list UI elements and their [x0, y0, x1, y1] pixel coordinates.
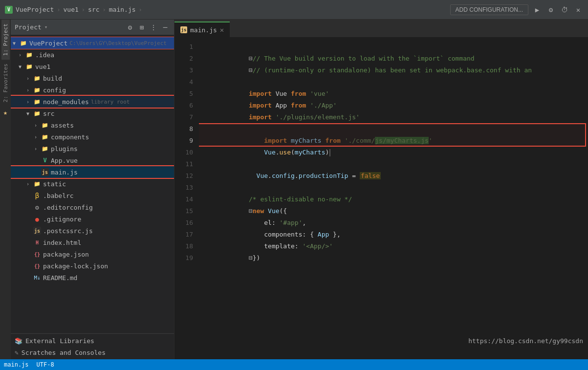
tree-item-postcssrc[interactable]: js .postcssrc.js	[11, 225, 174, 237]
tree-item-editorconfig[interactable]: ⚙ .editorconfig	[11, 201, 174, 213]
line-num-16: 16	[174, 217, 199, 229]
tree-label-vue1: vue1	[35, 63, 50, 70]
tree-item-vueproject[interactable]: ▼ 📁 VueProject C:\Users\GY\Desktop\VuePr…	[11, 37, 174, 49]
code-line-15: el: '#app',	[199, 205, 588, 217]
folder-icon-static: 📁	[33, 180, 41, 188]
code-line-1: ⊟// The Vue build version to load with t…	[199, 41, 588, 53]
folder-icon-src: 📁	[33, 109, 41, 117]
tab-filename: main.js	[190, 26, 217, 34]
tree-arrow-build: ›	[26, 76, 33, 81]
code-line-6: import './plugins/element.js'	[199, 100, 588, 111]
tree-label-static: static	[43, 180, 66, 188]
tree-item-assets[interactable]: › 📁 assets	[11, 119, 174, 131]
close-icon[interactable]: ✕	[573, 5, 583, 15]
line-num-7: 7	[174, 111, 199, 123]
code-line-12	[199, 170, 588, 182]
line-num-19: 19	[174, 252, 199, 264]
tab-close-button[interactable]: ✕	[220, 26, 224, 34]
line-num-9: 9	[174, 135, 199, 147]
line-num-11: 11	[174, 158, 199, 170]
tree-item-readme[interactable]: M↓ README.md	[11, 272, 174, 283]
favorites-project-tab[interactable]: 1: Project	[1, 20, 10, 60]
history-icon[interactable]: ⏱	[560, 5, 569, 15]
folder-icon-config: 📁	[33, 86, 41, 94]
line-numbers: 1 2 3 4 5 6 7 8 9 10 11 12 13 14 15 16 1	[174, 37, 199, 359]
tree-item-babelrc[interactable]: β .babelrc	[11, 190, 174, 201]
tree-item-config[interactable]: › 📁 config	[11, 84, 174, 96]
watermark: https://blog.csdn.net/gy99csdn	[468, 337, 583, 345]
tree-arrow-src: ▼	[26, 111, 33, 116]
tree-item-package-lock[interactable]: {} package-lock.json	[11, 260, 174, 272]
tree-sublabel-node-modules: library root	[91, 99, 130, 105]
tree-arrow-assets: ›	[34, 123, 41, 128]
tree-path-vueproject: C:\Users\GY\Desktop\VueProject	[69, 40, 167, 46]
settings-icon[interactable]: ⚙	[546, 5, 556, 15]
tree-item-idea[interactable]: › 📁 .idea	[11, 49, 174, 61]
tree-label-plugins: plugins	[51, 145, 78, 152]
babel-icon: β	[33, 192, 41, 199]
sidebar-header: Project ▾ ⚙ ⊞ ⋮ ─	[11, 20, 174, 35]
favorites-tab[interactable]: 2: Favorites	[1, 60, 10, 106]
breadcrumb-sep-4: ›	[139, 6, 142, 13]
code-line-5: import App from './App'	[199, 88, 588, 100]
play-icon[interactable]: ▶	[532, 5, 542, 15]
line-num-18: 18	[174, 240, 199, 252]
scratches-item[interactable]: ✎ Scratches and Consoles	[11, 347, 174, 358]
line-num-17: 17	[174, 229, 199, 240]
add-config-button[interactable]: ADD CONFIGURATION...	[450, 4, 528, 15]
code-line-9: Vue.use(myCharts)	[199, 135, 588, 147]
code-line-14: ⊟new Vue({	[199, 194, 588, 205]
minimize-icon[interactable]: ─	[160, 22, 170, 32]
tree-item-node-modules[interactable]: › 📁 node_modules library root	[11, 96, 174, 108]
tree-arrow-plugins: ›	[34, 146, 41, 152]
expand-icon[interactable]: ⊞	[137, 22, 147, 32]
tree-item-app-vue[interactable]: V App.vue	[11, 154, 174, 166]
folder-icon-components: 📁	[41, 133, 49, 141]
tree-item-components[interactable]: › 📁 components	[11, 131, 174, 143]
tree-item-index-html[interactable]: H index.html	[11, 237, 174, 248]
code-editor[interactable]: 1 2 3 4 5 6 7 8 9 10 11 12 13 14 15 16 1	[174, 37, 588, 359]
tree-label-vueproject: VueProject	[29, 40, 67, 47]
tree-item-gitignore[interactable]: ● .gitignore	[11, 213, 174, 225]
tree-item-static[interactable]: › 📁 static	[11, 178, 174, 190]
tab-main-js[interactable]: js main.js ✕	[174, 22, 230, 37]
scratch-icon: ✎	[15, 349, 19, 356]
tree-item-src[interactable]: ▼ 📁 src	[11, 108, 174, 119]
favorites-star: ★	[1, 107, 9, 118]
tree-arrow-vueproject: ▼	[13, 41, 20, 46]
project-name: VueProject	[16, 6, 54, 13]
bc-mainjs: main.js	[109, 6, 136, 13]
code-line-13: /* eslint-disable no-new */	[199, 182, 588, 194]
tree-item-package-json[interactable]: {} package.json	[11, 248, 174, 260]
status-left: main.js	[4, 361, 29, 368]
scratches-label: Scratches and Consoles	[22, 349, 106, 356]
tree-item-plugins[interactable]: › 📁 plugins	[11, 143, 174, 154]
external-libraries-item[interactable]: 📚 External Libraries	[11, 335, 174, 347]
title-bar: V VueProject › vue1 › src › main.js › AD…	[0, 0, 588, 20]
tree-item-main-js[interactable]: js main.js	[11, 166, 174, 178]
tree-arrow-vue1: ▼	[19, 64, 25, 69]
line-num-10: 10	[174, 147, 199, 158]
line-num-6: 6	[174, 100, 199, 111]
tree-label-babelrc: .babelrc	[43, 192, 74, 199]
breadcrumb: V VueProject › vue1 › src › main.js ›	[5, 6, 142, 14]
tree-item-build[interactable]: › 📁 build	[11, 72, 174, 84]
tab-bar: js main.js ✕	[174, 20, 588, 37]
line-num-4: 4	[174, 76, 199, 88]
line-num-13: 13	[174, 182, 199, 194]
line-num-15: 15	[174, 205, 199, 217]
tree-label-postcssrc: .postcssrc.js	[43, 227, 93, 235]
highlight-block: import myCharts from './comm/js/myCharts…	[199, 123, 588, 147]
favorites-bar: 1: Project 2: Favorites ★	[0, 20, 11, 359]
folder-icon-node-modules: 📁	[33, 98, 41, 106]
tree-item-vue1[interactable]: ▼ 📁 vue1	[11, 61, 174, 72]
tree-label-config: config	[43, 87, 66, 94]
gear-icon[interactable]: ⋮	[149, 22, 158, 32]
external-libraries-label: External Libraries	[25, 337, 94, 345]
bc-src: src	[88, 6, 99, 13]
readme-icon: M↓	[33, 274, 41, 282]
sync-icon[interactable]: ⚙	[125, 22, 135, 32]
json-icon-package: {}	[33, 250, 41, 258]
sidebar-dropdown[interactable]: ▾	[44, 24, 48, 30]
code-line-11: Vue.config.productionTip = false	[199, 158, 588, 170]
